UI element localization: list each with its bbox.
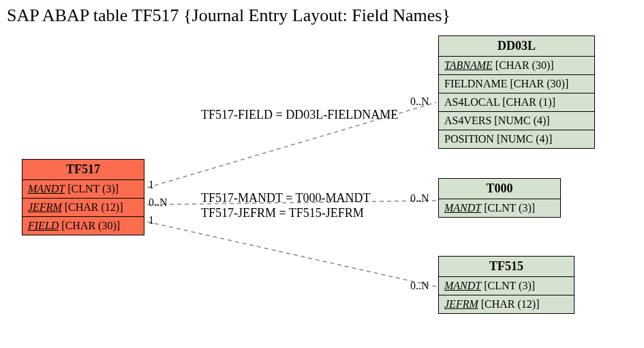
cardinality-tf517-top: 1	[149, 179, 154, 191]
entity-tf517: TF517 MANDT [CLNT (3)] JEFRM [CHAR (12)]…	[22, 159, 144, 235]
entity-dd03l-row-tabname: TABNAME [CHAR (30)]	[439, 57, 594, 75]
entity-tf515: TF515 MANDT [CLNT (3)] JEFRM [CHAR (12)]	[438, 256, 574, 314]
relation-label-field: TF517-FIELD = DD03L-FIELDNAME	[201, 108, 398, 122]
cardinality-tf517-mid: 0..N	[149, 197, 168, 209]
page-title: SAP ABAP table TF517 {Journal Entry Layo…	[7, 5, 450, 26]
field-type: [NUMC (4)]	[497, 133, 552, 145]
field-name: JEFRM	[444, 298, 478, 310]
entity-tf515-header: TF515	[439, 257, 574, 277]
field-type: [CLNT (3)]	[484, 202, 535, 214]
field-type: [CHAR (30)]	[61, 220, 120, 231]
entity-t000-header: T000	[439, 179, 560, 199]
field-name: FIELD	[28, 220, 59, 231]
cardinality-t000: 0..N	[410, 192, 429, 205]
entity-dd03l-row-as4vers: AS4VERS [NUMC (4)]	[439, 112, 594, 130]
field-name: JEFRM	[28, 201, 62, 213]
field-name: FIELDNAME	[444, 78, 507, 89]
field-type: [NUMC (4)]	[494, 115, 549, 126]
entity-dd03l-row-as4local: AS4LOCAL [CHAR (1)]	[439, 93, 594, 112]
field-name: MANDT	[28, 183, 65, 194]
relation-label-mandt: TF517-MANDT = T000-MANDT	[201, 191, 370, 205]
field-type: [CHAR (30)]	[495, 59, 554, 71]
cardinality-dd03l: 0..N	[410, 96, 429, 108]
field-type: [CHAR (12)]	[481, 298, 540, 310]
field-type: [CHAR (12)]	[65, 201, 123, 213]
relation-label-jefrm: TF517-JEFRM = TF515-JEFRM	[201, 206, 364, 220]
field-type: [CLNT (3)]	[484, 280, 535, 291]
cardinality-tf515: 0..N	[410, 280, 429, 292]
field-name: AS4LOCAL	[444, 96, 500, 108]
field-name: AS4VERS	[444, 115, 491, 126]
entity-tf517-row-field: FIELD [CHAR (30)]	[22, 217, 144, 235]
entity-t000: T000 MANDT [CLNT (3)]	[438, 178, 561, 218]
field-type: [CHAR (1)]	[502, 96, 555, 108]
svg-line-2	[147, 222, 436, 287]
field-name: POSITION	[444, 133, 494, 145]
entity-tf515-row-mandt: MANDT [CLNT (3)]	[439, 277, 574, 295]
field-type: [CHAR (30)]	[510, 78, 568, 89]
cardinality-tf517-bot: 1	[149, 214, 154, 227]
entity-tf517-header: TF517	[22, 160, 144, 180]
entity-tf517-row-mandt: MANDT [CLNT (3)]	[22, 180, 144, 199]
entity-dd03l-header: DD03L	[439, 36, 594, 57]
entity-dd03l: DD03L TABNAME [CHAR (30)] FIELDNAME [CHA…	[438, 35, 595, 149]
entity-tf517-row-jefrm: JEFRM [CHAR (12)]	[22, 199, 144, 217]
entity-tf515-row-jefrm: JEFRM [CHAR (12)]	[439, 295, 574, 313]
field-type: [CLNT (3)]	[67, 183, 119, 194]
field-name: MANDT	[444, 202, 481, 214]
field-name: MANDT	[444, 280, 481, 291]
entity-dd03l-row-position: POSITION [NUMC (4)]	[439, 130, 594, 148]
field-name: TABNAME	[444, 59, 493, 71]
entity-dd03l-row-fieldname: FIELDNAME [CHAR (30)]	[439, 75, 594, 93]
entity-t000-row-mandt: MANDT [CLNT (3)]	[439, 199, 560, 217]
